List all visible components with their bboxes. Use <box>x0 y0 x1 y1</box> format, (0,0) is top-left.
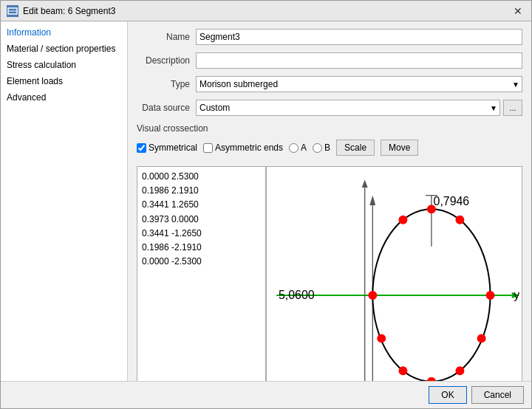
radio-b[interactable] <box>313 143 322 153</box>
cross-data-line-3: 0.3441 1.2650 <box>142 198 261 212</box>
svg-point-23 <box>369 292 377 300</box>
svg-point-24 <box>378 334 386 343</box>
symmetrical-label: Symmetrical <box>149 142 197 153</box>
svg-text:0,7946: 0,7946 <box>434 195 470 207</box>
svg-marker-13 <box>369 196 375 205</box>
description-row: Description <box>137 52 522 69</box>
checkbox-row: Symmetrical Asymmetric ends A B Scale Mo… <box>137 140 522 156</box>
description-label: Description <box>137 55 196 66</box>
sidebar-item-information[interactable]: Information <box>1 24 127 41</box>
description-input[interactable] <box>196 52 522 69</box>
title-bar: Edit beam: 6 Segment3 ✕ <box>1 1 531 21</box>
scale-button[interactable]: Scale <box>336 140 375 156</box>
cross-data-line-4: 0.3973 0.0000 <box>142 213 261 227</box>
radio-a[interactable] <box>289 143 299 153</box>
cancel-button[interactable]: Cancel <box>471 386 524 404</box>
type-dropdown[interactable]: Morison submerged <box>196 76 522 92</box>
a-label: A <box>301 142 307 153</box>
datasource-browse-button[interactable]: ... <box>503 100 522 116</box>
datasource-label: Data source <box>137 103 196 113</box>
title-bar-left: Edit beam: 6 Segment3 <box>7 5 115 17</box>
name-input[interactable] <box>196 29 522 45</box>
asymmetric-ends-checkbox[interactable] <box>203 143 213 153</box>
b-label: B <box>324 142 330 153</box>
type-label: Type <box>137 79 196 89</box>
main-form: Name Description Type Morison submerged … <box>128 21 531 381</box>
sidebar-item-material[interactable]: Material / section properties <box>1 41 127 57</box>
bottom-bar: OK Cancel <box>1 381 531 408</box>
svg-point-25 <box>399 367 407 375</box>
cross-visual-panel: y -z 0,7946 5,0600 <box>266 166 522 381</box>
svg-point-16 <box>428 205 436 213</box>
app-icon <box>7 5 18 17</box>
cross-data-line-2: 0.1986 2.1910 <box>142 184 261 198</box>
svg-point-19 <box>477 334 485 343</box>
move-button[interactable]: Move <box>381 140 418 156</box>
sidebar-item-element-loads[interactable]: Element loads <box>1 73 127 89</box>
name-row: Name <box>137 29 522 45</box>
cross-data-line-5: 0.3441 -1.2650 <box>142 227 261 241</box>
datasource-dropdown[interactable]: Custom <box>196 100 500 116</box>
sidebar-item-advanced[interactable]: Advanced <box>1 89 127 106</box>
sidebar: Information Material / section propertie… <box>1 21 128 381</box>
asymmetric-ends-label: Asymmetric ends <box>215 142 283 153</box>
datasource-dropdown-wrapper: Custom ▼ <box>196 100 500 116</box>
content-area: Information Material / section propertie… <box>1 21 531 381</box>
svg-point-21 <box>428 377 436 381</box>
cross-section-area: 0.0000 2.5300 0.1986 2.1910 0.3441 1.265… <box>137 166 522 381</box>
symmetrical-checkbox[interactable] <box>137 143 146 153</box>
cross-data-line-6: 0.1986 -2.1910 <box>142 241 261 255</box>
ok-button[interactable]: OK <box>429 386 466 404</box>
type-dropdown-wrapper: Morison submerged ▼ <box>196 76 522 92</box>
main-window: Edit beam: 6 Segment3 ✕ Information Mate… <box>0 0 532 409</box>
window-title: Edit beam: 6 Segment3 <box>23 6 115 16</box>
svg-point-18 <box>486 292 494 300</box>
close-button[interactable]: ✕ <box>511 4 525 18</box>
cross-data-line-1: 0.0000 2.5300 <box>142 170 261 184</box>
symmetrical-checkbox-label[interactable]: Symmetrical <box>137 142 197 153</box>
svg-text:y: y <box>514 289 519 301</box>
cross-data-line-7: 0.0000 -2.5300 <box>142 255 261 269</box>
datasource-row: Data source Custom ▼ ... <box>137 100 522 116</box>
radio-b-label[interactable]: B <box>313 142 330 153</box>
svg-point-17 <box>456 216 464 224</box>
svg-point-20 <box>456 367 464 375</box>
name-label: Name <box>137 32 196 42</box>
cross-data-panel: 0.0000 2.5300 0.1986 2.1910 0.3441 1.265… <box>137 166 266 381</box>
visual-crossection-label: Visual crossection <box>137 123 522 134</box>
asymmetric-ends-checkbox-label[interactable]: Asymmetric ends <box>203 142 283 153</box>
sidebar-item-stress[interactable]: Stress calculation <box>1 57 127 73</box>
svg-marker-5 <box>362 179 368 188</box>
radio-a-label[interactable]: A <box>289 142 307 153</box>
type-row: Type Morison submerged ▼ <box>137 76 522 92</box>
cross-section-svg: y -z 0,7946 5,0600 <box>267 167 522 381</box>
svg-point-22 <box>399 216 407 224</box>
svg-text:5,0600: 5,0600 <box>279 289 315 301</box>
